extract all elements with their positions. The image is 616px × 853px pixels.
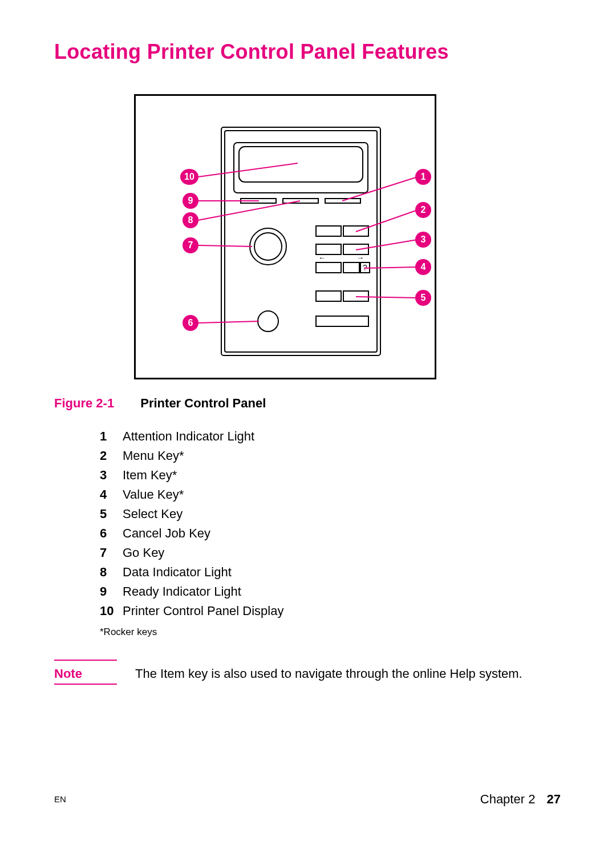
callout-10: 10	[180, 169, 198, 185]
legend-item: 5Select Key	[100, 504, 283, 524]
svg-rect-15	[343, 262, 359, 273]
footer-language: EN	[54, 794, 66, 804]
note-rule-bottom	[54, 684, 117, 685]
svg-rect-13	[343, 244, 368, 254]
page: Locating Printer Control Panel Features	[0, 0, 616, 853]
section-title: Locating Printer Control Panel Features	[54, 40, 449, 64]
figure-printer-control-panel: ? ← →	[134, 94, 436, 379]
legend-item: 9Ready Indicator Light	[100, 582, 283, 601]
svg-rect-6	[325, 199, 360, 203]
callout-5: 5	[415, 290, 431, 306]
figure-number: Figure 2-1	[54, 396, 114, 410]
footer-page-number: 27	[547, 792, 561, 806]
svg-point-9	[258, 311, 278, 332]
callout-2: 2	[415, 202, 431, 218]
svg-rect-2	[234, 143, 368, 193]
svg-rect-4	[241, 199, 276, 203]
legend-item: 6Cancel Job Key	[100, 524, 283, 543]
svg-text:?: ?	[363, 263, 367, 272]
figure-caption: Figure 2-1 Printer Control Panel	[54, 396, 266, 411]
footer-chapter-label: Chapter 2	[480, 792, 536, 806]
note-text: The Item key is also used to navigate th…	[135, 666, 522, 681]
figure-legend: 1Attention Indicator Light 2Menu Key* 3I…	[100, 427, 283, 621]
figure-title: Printer Control Panel	[140, 396, 266, 410]
footer-chapter: Chapter 2 27	[480, 792, 561, 807]
legend-item: 7Go Key	[100, 543, 283, 563]
printer-panel-diagram: ? ← →	[136, 96, 435, 378]
svg-point-7	[250, 228, 286, 265]
legend-item: 4Value Key*	[100, 485, 283, 504]
svg-rect-21	[343, 291, 368, 301]
callout-7: 7	[183, 237, 198, 253]
legend-item: 10Printer Control Panel Display	[100, 601, 283, 621]
svg-text:←: ←	[318, 253, 326, 262]
legend-item: 2Menu Key*	[100, 446, 283, 466]
svg-rect-5	[283, 199, 318, 203]
svg-point-8	[254, 233, 282, 260]
legend-footnote: *Rocker keys	[100, 626, 157, 638]
svg-rect-3	[239, 147, 363, 182]
svg-rect-14	[316, 262, 341, 273]
callout-6: 6	[183, 315, 198, 331]
svg-rect-11	[343, 226, 368, 236]
legend-item: 8Data Indicator Light	[100, 563, 283, 582]
svg-rect-20	[316, 291, 341, 301]
note-rule-top	[54, 660, 117, 661]
callout-1: 1	[415, 169, 431, 185]
svg-text:→: →	[356, 253, 364, 262]
svg-rect-1	[225, 131, 377, 352]
svg-rect-10	[316, 226, 341, 236]
callout-3: 3	[415, 232, 431, 248]
svg-rect-0	[221, 127, 380, 355]
callout-8: 8	[183, 212, 198, 228]
note-label: Note	[54, 666, 82, 681]
legend-item: 1Attention Indicator Light	[100, 427, 283, 446]
callout-9: 9	[183, 193, 198, 209]
legend-item: 3Item Key*	[100, 466, 283, 485]
svg-rect-22	[316, 316, 368, 326]
callout-4: 4	[415, 259, 431, 275]
